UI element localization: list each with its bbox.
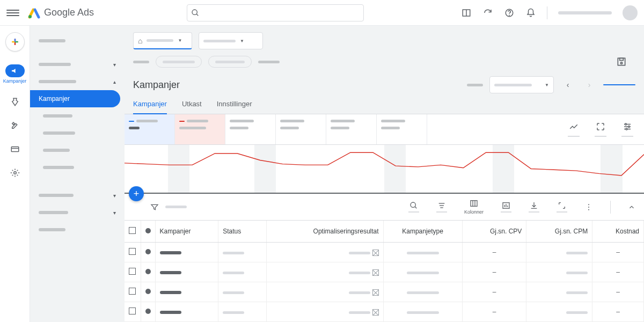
row-checkbox[interactable] [129,268,136,275]
col-status[interactable]: Status [218,221,266,243]
performance-chart [125,145,644,194]
sidebar-item[interactable]: ▾ [30,56,125,73]
workspace-icon[interactable] [461,8,472,18]
breadcrumb-chip[interactable] [208,56,252,68]
table-row[interactable]: – – [125,262,644,282]
metric-card[interactable] [326,114,377,144]
divider [547,6,547,19]
search-input[interactable] [187,4,364,21]
reports-icon[interactable] [501,201,511,213]
status-dot-header [145,228,151,233]
logo-text-2: Ads [77,7,94,18]
breadcrumb-chip[interactable] [156,56,202,68]
campaign-name[interactable] [160,271,181,274]
select-all-checkbox[interactable] [129,227,136,234]
sidebar-item[interactable] [30,221,125,238]
expand-table-icon[interactable] [557,201,567,213]
col-cpm[interactable]: Gj.sn. CPM [526,221,592,243]
rail-settings-icon[interactable] [10,167,20,178]
download-icon[interactable] [529,201,539,213]
app-logo[interactable]: Google Ads [28,6,94,19]
col-optimization[interactable]: Optimaliseringsresultat [266,221,383,243]
adjust-icon[interactable] [621,122,633,137]
campaigns-table: Kampanjer Status Optimaliseringsresultat… [125,221,644,322]
row-checkbox[interactable] [129,288,136,295]
sidebar-item[interactable] [30,125,125,142]
metric-card[interactable] [225,114,276,144]
metric-cards [125,114,644,145]
metric-card[interactable] [276,114,326,144]
campaign-name[interactable] [160,311,181,314]
prev-period-button[interactable]: ‹ [560,77,575,92]
segment-icon[interactable] [436,201,447,213]
campaign-name[interactable] [160,291,181,294]
optimization-value [349,311,370,314]
expand-icon[interactable] [595,122,606,137]
sidebar-item[interactable]: ▾ [30,204,125,221]
col-cost[interactable]: Kostnad [592,221,644,243]
sidebar-item[interactable] [30,107,125,125]
image-placeholder-icon [372,269,379,276]
campaign-name[interactable] [160,251,181,254]
col-cpv[interactable]: Gj.sn. CPV [462,221,526,243]
next-period-button: › [582,77,597,92]
row-checkbox[interactable] [129,248,136,255]
rail-goals-icon[interactable] [10,97,20,107]
filter-icon[interactable] [150,203,159,211]
date-range-selector[interactable]: ▼ [489,76,554,93]
cost-value: – [592,302,644,322]
sidebar-item[interactable]: ▾ [30,187,125,204]
sidebar-item[interactable]: ▴ [30,73,125,90]
rail-tools-icon[interactable] [10,120,20,131]
svg-point-36 [588,207,589,208]
rail-billing-icon[interactable] [10,144,20,155]
google-ads-logo-icon [28,6,41,19]
search-table-icon[interactable] [408,201,419,213]
metric-card[interactable] [377,114,427,144]
image-placeholder-icon [372,309,379,316]
create-button[interactable] [5,32,25,52]
svg-point-0 [28,15,32,18]
sidebar-item-campaigns[interactable]: Kampanjer [30,90,120,107]
scope-selector[interactable]: ⌂ ▼ [133,32,192,49]
sidebar-item[interactable] [30,32,125,49]
rail-campaigns[interactable]: Kampanjer [3,64,27,84]
more-icon[interactable] [584,203,593,211]
cpm-value [566,272,588,274]
table-row[interactable]: – – [125,282,644,302]
search-bar [187,4,364,21]
status-value [223,272,244,274]
collapse-icon[interactable] [628,203,635,211]
row-checkbox[interactable] [129,308,136,314]
col-type[interactable]: Kampanjetype [383,221,462,243]
sidebar-item[interactable] [30,159,125,176]
menu-icon[interactable] [6,6,19,19]
notifications-icon[interactable] [525,8,536,18]
sidebar-item[interactable] [30,142,125,159]
tab-campaigns[interactable]: Kampanjer [133,100,167,114]
table-row[interactable]: – – [125,243,644,262]
main-content: ⌂ ▼ ▼ Kampanjer [125,26,644,322]
secondary-selector[interactable]: ▼ [199,32,263,49]
text-placeholder [467,84,483,86]
refresh-icon[interactable] [482,8,493,18]
add-campaign-button[interactable]: + [129,186,144,201]
columns-icon[interactable]: Kolonner [464,199,484,215]
save-icon[interactable] [616,56,627,67]
sidebar: ▾ ▴ Kampanjer ▾ ▾ [30,26,125,322]
tab-drafts[interactable]: Utkast [182,100,202,114]
metric-card[interactable] [175,114,225,144]
chevron-down-icon: ▾ [113,210,116,216]
table-row[interactable]: – – [125,302,644,322]
svg-point-35 [588,204,589,205]
caret-down-icon: ▼ [178,38,182,43]
cpv-value: – [462,302,526,322]
status-dot [145,249,151,254]
user-avatar[interactable] [623,5,638,20]
help-icon[interactable] [504,8,515,18]
col-campaigns[interactable]: Kampanjer [155,221,218,243]
chevron-down-icon: ▾ [113,193,116,199]
chart-type-icon[interactable] [568,122,580,137]
tab-settings[interactable]: Innstillinger [217,100,252,114]
metric-card[interactable] [125,114,175,144]
